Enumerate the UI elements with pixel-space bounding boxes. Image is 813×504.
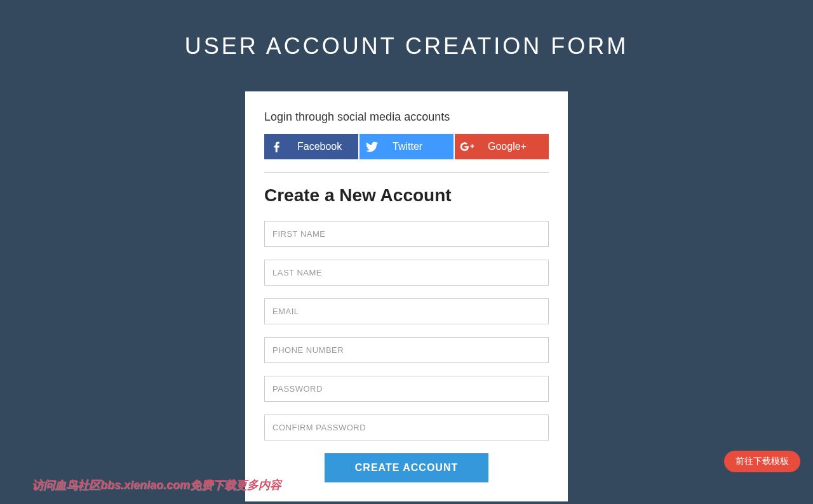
- twitter-login-button[interactable]: Twitter: [359, 134, 454, 159]
- first-name-input[interactable]: [264, 221, 549, 247]
- last-name-input[interactable]: [264, 260, 549, 286]
- social-buttons-row: Facebook Twitter Google+: [264, 134, 549, 159]
- email-input[interactable]: [264, 298, 549, 324]
- facebook-login-button[interactable]: Facebook: [264, 134, 358, 159]
- social-login-intro: Login through social media accounts: [264, 110, 549, 124]
- watermark-text: 访问血鸟社区bbs.xieniao.com免费下载更多内容: [32, 477, 281, 493]
- facebook-label: Facebook: [290, 141, 358, 152]
- google-label: Google+: [480, 141, 549, 152]
- google-plus-icon: [455, 134, 480, 159]
- confirm-password-input[interactable]: [264, 414, 549, 441]
- create-account-button[interactable]: CREATE ACCOUNT: [325, 453, 488, 482]
- facebook-icon: [264, 134, 290, 159]
- section-divider: [264, 172, 549, 173]
- phone-number-input[interactable]: [264, 337, 549, 363]
- google-login-button[interactable]: Google+: [455, 134, 549, 159]
- form-card: Login through social media accounts Face…: [245, 91, 568, 501]
- page-title: USER ACCOUNT CREATION FORM: [0, 0, 813, 91]
- download-template-button[interactable]: 前往下载模板: [724, 451, 800, 472]
- submit-wrapper: CREATE ACCOUNT: [264, 453, 549, 482]
- password-input[interactable]: [264, 376, 549, 402]
- twitter-icon: [359, 134, 385, 159]
- form-heading: Create a New Account: [264, 185, 549, 206]
- twitter-label: Twitter: [385, 141, 454, 152]
